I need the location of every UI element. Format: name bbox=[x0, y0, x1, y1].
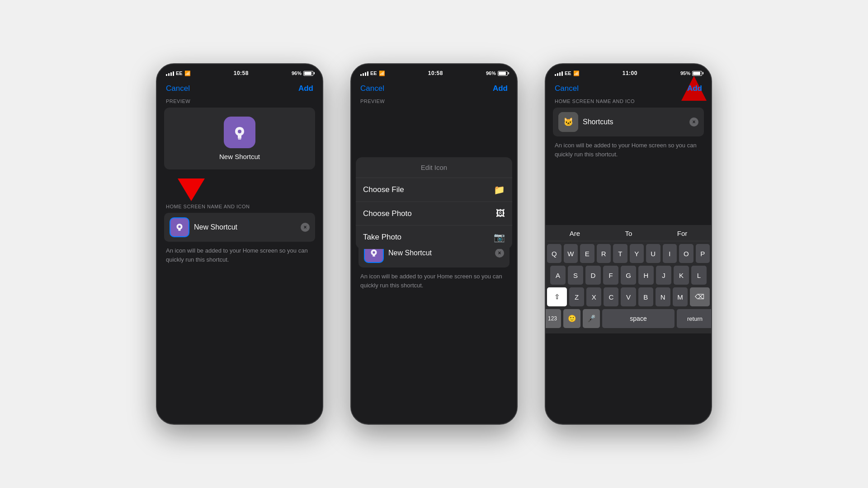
svg-text:🐱: 🐱 bbox=[563, 117, 574, 127]
phone-2: EE 📶 10:58 96% Cancel Add PREVIEW Edit I… bbox=[350, 63, 518, 425]
shortcut-icon-small-1[interactable] bbox=[170, 217, 189, 237]
suggestion-to[interactable]: To bbox=[625, 230, 632, 237]
add-button-1[interactable]: Add bbox=[298, 84, 313, 93]
name-input-row-1[interactable]: New Shortcut × bbox=[164, 213, 315, 242]
key-o[interactable]: O bbox=[679, 244, 693, 263]
clear-button-1[interactable]: × bbox=[301, 223, 310, 232]
home-section-1: HOME SCREEN NAME AND ICON New Shortcut ×… bbox=[164, 204, 315, 264]
key-u[interactable]: U bbox=[646, 244, 660, 263]
shortcut-preview-icon-1 bbox=[224, 117, 255, 148]
key-v[interactable]: V bbox=[621, 287, 636, 306]
custom-icon-thumb-3[interactable]: 🐱 bbox=[558, 112, 578, 132]
key-i[interactable]: I bbox=[663, 244, 677, 263]
key-c[interactable]: C bbox=[604, 287, 618, 306]
keyboard-3: Are To For Q W E R T Y U I O P A S D F G… bbox=[546, 225, 711, 333]
wifi-icon-1: 📶 bbox=[184, 70, 191, 76]
content-area-2: PREVIEW Edit Icon Choose File 📁 Choose P… bbox=[351, 99, 517, 418]
key-b[interactable]: B bbox=[638, 287, 653, 306]
battery-icon-1 bbox=[303, 71, 313, 76]
status-left-1: EE 📶 bbox=[166, 70, 191, 76]
preview-card-1: New Shortcut bbox=[164, 108, 315, 169]
add-button-2[interactable]: Add bbox=[493, 84, 508, 93]
name-input-text-1[interactable]: New Shortcut bbox=[194, 223, 296, 231]
time-2: 10:58 bbox=[428, 70, 443, 76]
take-photo-label: Take Photo bbox=[363, 233, 401, 242]
space-key[interactable]: space bbox=[602, 309, 675, 328]
suggestion-for[interactable]: For bbox=[677, 230, 688, 237]
key-s[interactable]: S bbox=[568, 266, 583, 285]
choose-photo-item[interactable]: Choose Photo 🖼 bbox=[356, 202, 512, 225]
key-j[interactable]: J bbox=[656, 266, 671, 285]
name-input-text-3[interactable]: Shortcuts bbox=[583, 118, 685, 126]
key-x[interactable]: X bbox=[586, 287, 601, 306]
clear-button-2[interactable]: × bbox=[495, 249, 504, 258]
shift-key[interactable]: ⇧ bbox=[547, 287, 567, 306]
status-bar-1: EE 📶 10:58 96% bbox=[157, 64, 322, 80]
home-section-label-1: HOME SCREEN NAME AND ICON bbox=[164, 204, 315, 209]
wifi-icon-2: 📶 bbox=[379, 70, 385, 76]
clear-button-3[interactable]: × bbox=[689, 117, 698, 127]
keyboard-row-2: A S D F G H J K L bbox=[547, 266, 710, 285]
edit-icon-title: Edit Icon bbox=[356, 157, 512, 178]
key-e[interactable]: E bbox=[580, 244, 594, 263]
description-text-3: An icon will be added to your Home scree… bbox=[553, 141, 704, 159]
name-input-row-3[interactable]: 🐱 Shortcuts × bbox=[553, 108, 704, 136]
choose-file-item[interactable]: Choose File 📁 bbox=[356, 178, 512, 202]
take-photo-item[interactable]: Take Photo 📷 bbox=[356, 225, 512, 249]
svg-point-2 bbox=[373, 251, 375, 253]
key-n[interactable]: N bbox=[656, 287, 670, 306]
delete-key[interactable]: ⌫ bbox=[690, 287, 710, 306]
battery-percent-1: 96% bbox=[292, 70, 302, 76]
key-l[interactable]: L bbox=[691, 266, 707, 285]
edit-icon-menu[interactable]: Edit Icon Choose File 📁 Choose Photo 🖼 T… bbox=[356, 157, 512, 249]
cancel-button-3[interactable]: Cancel bbox=[555, 84, 579, 93]
key-h[interactable]: H bbox=[638, 266, 654, 285]
content-area-3: HOME SCREEN NAME AND ICO 🐱 Shortcuts × A… bbox=[546, 99, 711, 225]
phone-1: EE 📶 10:58 96% Cancel Add PREVIEW bbox=[156, 63, 323, 425]
key-p[interactable]: P bbox=[696, 244, 710, 263]
emoji-key[interactable]: 🙂 bbox=[563, 309, 580, 328]
key-q[interactable]: Q bbox=[547, 244, 561, 263]
photo-icon: 🖼 bbox=[496, 208, 505, 219]
choose-file-label: Choose File bbox=[363, 185, 404, 194]
key-g[interactable]: G bbox=[621, 266, 636, 285]
key-r[interactable]: R bbox=[597, 244, 611, 263]
name-input-text-2[interactable]: New Shortcut bbox=[388, 249, 491, 257]
num-key[interactable]: 123 bbox=[545, 309, 561, 328]
preview-label-1: PREVIEW bbox=[164, 99, 315, 104]
description-text-2: An icon will be added to your Home scree… bbox=[359, 272, 509, 290]
folder-icon: 📁 bbox=[494, 184, 505, 195]
return-key[interactable]: return bbox=[677, 309, 712, 328]
key-a[interactable]: A bbox=[550, 266, 566, 285]
preview-label-2: PREVIEW bbox=[359, 99, 509, 104]
key-y[interactable]: Y bbox=[630, 244, 644, 263]
key-d[interactable]: D bbox=[585, 266, 601, 285]
signal-icon-3 bbox=[555, 70, 563, 76]
key-m[interactable]: M bbox=[673, 287, 688, 306]
key-t[interactable]: T bbox=[613, 244, 627, 263]
content-area-1: PREVIEW New Shortcut HOME SCREEN NAME AN… bbox=[157, 99, 322, 418]
status-left-3: EE 📶 bbox=[555, 70, 580, 76]
cancel-button-2[interactable]: Cancel bbox=[360, 84, 384, 93]
time-3: 11:00 bbox=[623, 70, 637, 76]
key-k[interactable]: K bbox=[674, 266, 689, 285]
key-z[interactable]: Z bbox=[569, 287, 584, 306]
shortcut-name-preview-1: New Shortcut bbox=[219, 153, 260, 160]
svg-point-0 bbox=[238, 130, 241, 133]
signal-icon-2 bbox=[360, 70, 368, 76]
preview-section-1: PREVIEW New Shortcut bbox=[164, 99, 315, 169]
description-text-1: An icon will be added to your Home scree… bbox=[164, 246, 315, 264]
key-f[interactable]: F bbox=[603, 266, 618, 285]
suggestions-row: Are To For bbox=[547, 227, 710, 241]
nav-bar-1: Cancel Add bbox=[157, 80, 322, 99]
cancel-button-1[interactable]: Cancel bbox=[166, 84, 190, 93]
battery-percent-3: 95% bbox=[680, 70, 690, 76]
key-w[interactable]: W bbox=[564, 244, 578, 263]
wifi-icon-3: 📶 bbox=[573, 70, 580, 76]
suggestion-are[interactable]: Are bbox=[570, 230, 580, 237]
red-arrow-down-1 bbox=[178, 178, 315, 201]
mic-key[interactable]: 🎤 bbox=[583, 309, 600, 328]
carrier-1: EE bbox=[176, 70, 183, 76]
add-button-3[interactable]: Add bbox=[687, 84, 702, 93]
svg-point-1 bbox=[178, 225, 180, 228]
